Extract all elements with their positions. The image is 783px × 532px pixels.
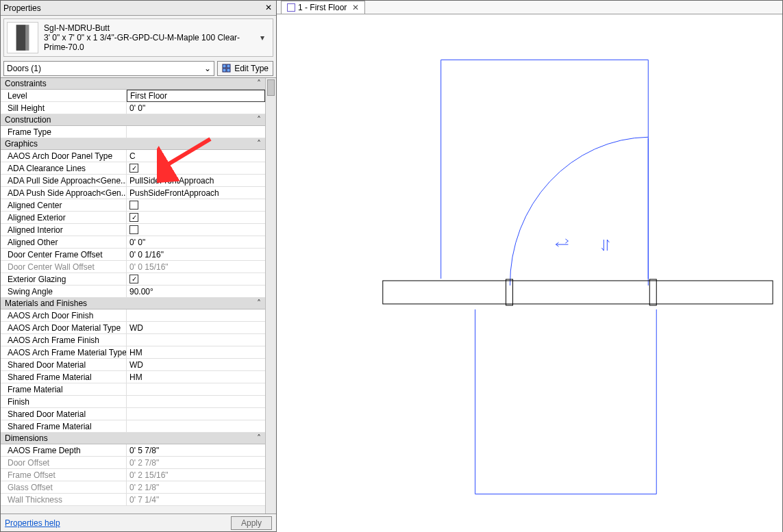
property-row: AAOS Arch Door Panel TypeC [1, 150, 265, 162]
view-tab-label: 1 - First Floor [298, 3, 347, 12]
property-value[interactable]: ✓ [127, 162, 265, 174]
collapse-icon[interactable]: ˄ [257, 433, 261, 443]
collapse-icon[interactable]: ˄ [257, 115, 261, 125]
svg-rect-4 [223, 68, 226, 72]
property-row: Finish [1, 396, 265, 408]
apply-button[interactable]: Apply [231, 516, 272, 530]
property-value[interactable]: PullSideFrontApproach [127, 175, 265, 186]
property-value[interactable] [127, 408, 265, 420]
property-row: Door Center Wall Offset0' 0 15/16" [1, 261, 265, 273]
property-row: ADA Push Side Approach<Gen...PushSideFro… [1, 187, 265, 199]
property-value[interactable]: 0' 5 7/8" [127, 444, 265, 456]
property-value[interactable] [127, 224, 265, 236]
svg-rect-0 [16, 25, 26, 51]
property-label: Swing Angle [1, 286, 127, 297]
type-selector[interactable]: SgI-N-MDRU-Butt 3' 0" x 7' 0" x 1 3/4"-G… [3, 18, 273, 57]
drawing-canvas[interactable] [277, 14, 782, 532]
floorplan-icon [287, 3, 295, 12]
group-header[interactable]: Materials and Finishes˄ [1, 298, 265, 309]
property-label: Frame Type [1, 126, 127, 138]
property-value[interactable]: 0' 0" [127, 102, 265, 114]
property-label: Door Offset [1, 457, 127, 468]
view-tab[interactable]: 1 - First Floor ✕ [281, 1, 365, 14]
checkbox[interactable]: ✓ [129, 275, 138, 283]
property-value[interactable] [127, 199, 265, 211]
palette-header: Properties ✕ [1, 1, 276, 16]
property-value[interactable] [127, 309, 265, 321]
group-title: Constraints [5, 79, 47, 88]
property-label: Frame Material [1, 383, 127, 395]
group-title: Graphics [5, 139, 38, 149]
close-icon[interactable]: ✕ [352, 3, 359, 12]
vertical-scrollbar[interactable] [265, 78, 276, 514]
property-label: AAOS Arch Door Panel Type [1, 150, 127, 162]
collapse-icon[interactable]: ˄ [257, 79, 261, 88]
property-value: 0' 2 15/16" [127, 469, 265, 481]
property-value[interactable] [127, 420, 265, 432]
property-label: AAOS Arch Frame Finish [1, 334, 127, 346]
svg-rect-1 [26, 25, 29, 51]
property-value[interactable]: 0' 0 1/16" [127, 249, 265, 260]
property-label: Sill Height [1, 102, 127, 114]
scrollbar-thumb[interactable] [267, 79, 275, 96]
property-value[interactable] [127, 396, 265, 407]
group-header[interactable]: Graphics˄ [1, 138, 265, 150]
property-label: ADA Pull Side Approach<Gene... [1, 175, 127, 186]
property-row: Wall Thickness0' 7 1/4" [1, 494, 265, 506]
group-title: Materials and Finishes [5, 299, 87, 308]
property-row: Frame Type [1, 126, 265, 138]
property-row: AAOS Arch Door Material TypeWD [1, 322, 265, 334]
property-value[interactable]: C [127, 150, 265, 162]
property-value[interactable]: HM [127, 346, 265, 358]
property-label: ADA Push Side Approach<Gen... [1, 187, 127, 199]
property-value[interactable]: WD [127, 359, 265, 370]
edit-type-button[interactable]: Edit Type [217, 61, 273, 76]
property-row: Exterior Glazing✓ [1, 273, 265, 286]
plan-drawing [277, 14, 782, 532]
type-name: SgI-N-MDRU-Butt [44, 23, 260, 33]
property-value[interactable]: ✓ [127, 273, 265, 285]
property-value: 0' 7 1/4" [127, 494, 265, 505]
type-description: 3' 0" x 7' 0" x 1 3/4"-GR-GPD-CU-M-Maple… [44, 33, 260, 52]
property-row: Shared Frame MaterialHM [1, 371, 265, 383]
properties-help-link[interactable]: Properties help [5, 518, 225, 528]
property-row: Shared Door MaterialWD [1, 359, 265, 371]
checkbox[interactable] [129, 225, 138, 234]
property-row: Shared Door Material [1, 408, 265, 420]
property-value[interactable]: ✓ [127, 212, 265, 223]
property-value[interactable]: 90.00° [127, 286, 265, 297]
collapse-icon[interactable]: ˄ [257, 139, 261, 149]
checkbox[interactable]: ✓ [129, 164, 138, 173]
view-tabs: 1 - First Floor ✕ [277, 1, 782, 14]
property-row: AAOS Arch Door Finish [1, 309, 265, 322]
checkbox[interactable]: ✓ [129, 213, 138, 222]
group-header[interactable]: Dimensions˄ [1, 433, 265, 444]
property-row: Frame Offset0' 2 15/16" [1, 469, 265, 481]
property-value[interactable] [127, 334, 265, 346]
property-value[interactable]: PushSideFrontApproach [127, 187, 265, 199]
property-label: Wall Thickness [1, 494, 127, 505]
property-label: AAOS Frame Depth [1, 444, 127, 456]
close-icon[interactable]: ✕ [264, 3, 273, 13]
category-filter-dropdown[interactable]: Doors (1) ⌄ [3, 61, 214, 76]
checkbox[interactable] [129, 201, 138, 210]
property-value: 0' 0 15/16" [127, 261, 265, 273]
property-value[interactable]: HM [127, 371, 265, 383]
property-label: Finish [1, 396, 127, 407]
property-value[interactable]: WD [127, 322, 265, 333]
chevron-down-icon[interactable]: ▾ [260, 33, 270, 42]
property-value[interactable]: First Floor [127, 90, 265, 102]
group-header[interactable]: Construction˄ [1, 114, 265, 126]
property-label: AAOS Arch Door Finish [1, 309, 127, 321]
palette-footer: Properties help Apply [1, 514, 276, 531]
property-value[interactable] [127, 126, 265, 138]
property-row: AAOS Frame Depth0' 5 7/8" [1, 444, 265, 457]
type-text: SgI-N-MDRU-Butt 3' 0" x 7' 0" x 1 3/4"-G… [44, 23, 260, 52]
property-row: Aligned Other0' 0" [1, 236, 265, 249]
property-value[interactable] [127, 383, 265, 395]
group-header[interactable]: Constraints˄ [1, 78, 265, 90]
property-value[interactable]: 0' 0" [127, 236, 265, 248]
edit-type-label: Edit Type [234, 64, 269, 73]
property-row: AAOS Arch Frame Material TypeHM [1, 346, 265, 359]
collapse-icon[interactable]: ˄ [257, 299, 261, 308]
